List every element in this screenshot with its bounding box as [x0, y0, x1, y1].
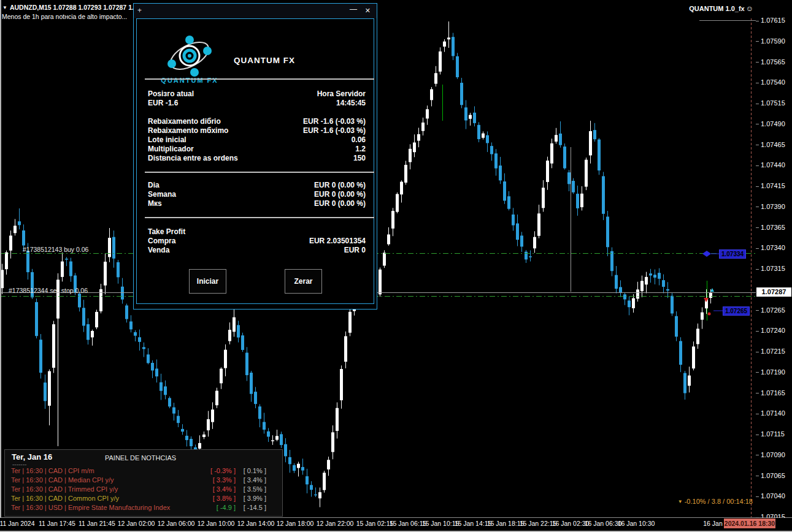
price-axis-label: 1.07065	[761, 472, 785, 479]
sell-stop-order-label: #1738512344 sell stop 0.06	[9, 287, 88, 294]
panel-line-label: Semana	[148, 190, 176, 199]
time-axis-label: 12 Jan 10:00	[198, 520, 235, 527]
news-actual-value: [ -4.9 ]	[175, 504, 236, 511]
panel-line-value: EUR -1.6 (-0.03 %)	[303, 126, 366, 135]
panel-line-label: Take Profit	[148, 227, 185, 236]
time-axis-label: 12 Jan 02:00	[118, 520, 155, 527]
news-event-text: Ter | 16:30 | USD | Empire State Manufac…	[11, 504, 170, 511]
price-axis-label: 1.07190	[761, 368, 785, 376]
panel-line-value: 150	[353, 153, 366, 163]
window-frame-left	[0, 0, 1, 532]
sell-stop-price-badge: 1.07265	[723, 306, 750, 316]
news-actual-value: [ 3.8% ]	[175, 495, 236, 502]
news-actual-value: [ 3.4% ]	[175, 485, 236, 493]
panel-line-value: 1.2	[355, 144, 366, 154]
close-icon[interactable]: ✕	[365, 7, 371, 15]
panel-content: QUANTUM FX QUANTUM FX Posiзгo atualHora …	[136, 18, 374, 304]
panel-line-value: EUR 0 (0.00 %)	[314, 199, 366, 208]
price-axis-label: 1.07365	[761, 224, 785, 231]
price-axis-label: 1.07265	[761, 306, 785, 314]
panel-line-value: 14:45:45	[336, 98, 366, 108]
panel-line-label: Posiзгo atual	[148, 89, 194, 98]
panel-line-value: 0.06	[352, 135, 366, 145]
zerar-button[interactable]: Zerar	[285, 269, 322, 294]
panel-info-line: Rebaixamento mбximoEUR -1.6 (-0.03 %)	[148, 126, 366, 135]
news-alert-text: Menos de 1h para notнcia de alto impacto…	[2, 13, 127, 20]
candle-countdown-label: ▼-0.10% / 3.8 / 00:14:18	[678, 498, 753, 505]
panel-info-line: EUR -1.614:45:45	[148, 98, 366, 108]
price-tick-mark	[756, 496, 759, 497]
panel-titlebar[interactable]: + — ✕	[134, 4, 377, 18]
panel-line-label: Dia	[148, 181, 160, 189]
panel-line-value: EUR 0	[344, 245, 366, 255]
news-row: Ter | 16:30 | CAD | Trimmed CPI y/y[ 3.4…	[5, 485, 282, 494]
iniciar-button[interactable]: Iniciar	[189, 269, 226, 294]
price-axis-label: 1.07415	[761, 182, 785, 189]
time-axis-label: 15 Jan 06:15	[390, 520, 427, 527]
time-cursor-badge: 2024.01.16 18:30	[724, 519, 775, 528]
panel-info-line: CompraEUR 2.03501354	[148, 236, 366, 246]
price-tick-mark	[756, 104, 759, 104]
price-tick-mark	[756, 21, 759, 21]
time-axis-label: 11 Jan 2024	[0, 520, 35, 527]
price-axis-label: 1.07615	[761, 17, 785, 24]
price-tick-mark	[756, 310, 759, 311]
price-axis-label: 1.07040	[761, 492, 785, 500]
panel-line-label: Rebaixamento diбrio	[148, 117, 221, 126]
countdown-triangle-icon: ▼	[678, 499, 683, 504]
panel-info-line: Take Profit	[148, 227, 366, 237]
price-tick-mark	[756, 83, 759, 83]
symbol-quote-line: ▼AUDNZD,M15 1.07288 1.07293 1.07287 1.07…	[2, 4, 144, 11]
news-row: Ter | 16:30 | CAD | Common CPI y/y[ 3.8%…	[5, 495, 282, 503]
price-tick-mark	[756, 414, 759, 414]
symbol-quote-text: AUDNZD,M15 1.07288 1.07293 1.07287 1.072	[10, 4, 144, 11]
news-forecast-value: [ -14.5 ]	[239, 504, 266, 511]
news-forecast-value: [ 3.4% ]	[239, 476, 266, 484]
news-row: Ter | 16:30 | CAD | CPI m/m[ -0.3% ][ 0.…	[5, 467, 282, 476]
price-axis-label: 1.07440	[761, 161, 785, 169]
price-tick-mark	[756, 455, 759, 455]
news-event-text: Ter | 16:30 | CAD | Median CPI y/y	[11, 476, 114, 484]
time-axis-label: 15 Jan 02:15	[356, 520, 394, 527]
panel-info-line: MкsEUR 0 (0.00 %)	[148, 199, 366, 208]
plus-icon[interactable]: +	[137, 6, 142, 15]
news-actual-value: [ 3.3% ]	[175, 476, 236, 484]
time-axis-label: 11 Jan 21:45	[79, 520, 115, 527]
price-axis[interactable]: 1.07287 1.076151.075901.075651.075401.07…	[756, 0, 792, 517]
price-axis-label: 1.07490	[761, 120, 785, 127]
ea-name-label: QUANTUM 1.0_fx☺	[689, 4, 753, 13]
time-axis-label: 15 Jan 10:15	[422, 520, 459, 527]
symbol-dropdown-icon: ▼	[2, 5, 7, 10]
price-axis-label: 1.07340	[761, 244, 785, 251]
buy-order-label: #1738512143 buy 0.06	[23, 246, 88, 253]
price-tick-mark	[756, 165, 759, 166]
price-tick-mark	[756, 393, 759, 393]
vlines-layer	[443, 85, 707, 321]
price-axis-label: 1.07315	[761, 265, 785, 272]
price-tick-mark	[756, 145, 759, 145]
panel-line-label: Rebaixamento mбximo	[148, 126, 228, 135]
price-tick-mark	[756, 372, 759, 373]
time-axis-label: 15 Jan 22:15	[520, 520, 557, 527]
panel-line-label: Multiplicador	[148, 145, 194, 153]
price-tick-mark	[756, 207, 759, 207]
time-axis-label: 12 Jan 14:00	[237, 520, 275, 527]
price-tick-mark	[756, 41, 759, 42]
mt4-chart-window: ▼AUDNZD,M15 1.07288 1.07293 1.07287 1.07…	[0, 0, 792, 532]
price-axis-label: 1.07540	[761, 78, 785, 86]
minimize-icon[interactable]: —	[350, 5, 357, 13]
news-event-text: Ter | 16:30 | CAD | CPI m/m	[11, 467, 94, 474]
price-tick-mark	[756, 186, 759, 187]
price-tick-mark	[756, 476, 759, 476]
time-axis-label: 12 Jan 06:00	[158, 520, 195, 527]
news-panel: Ter, Jan 16 PAINEL DE NOTНCIAS ------- T…	[4, 449, 283, 517]
current-price-badge: 1.07287	[756, 287, 791, 297]
price-tick-mark	[756, 227, 759, 228]
news-panel-title: PAINEL DE NOTНCIAS	[105, 454, 176, 462]
news-forecast-value: [ 0.1% ]	[239, 467, 266, 474]
price-tick-mark	[756, 352, 759, 352]
time-axis[interactable]: 16 Jan16 Jan 10:3016 Jan 06:3016 Jan 02:…	[0, 518, 792, 531]
ea-name-text: QUANTUM 1.0_fx	[689, 5, 744, 12]
price-axis-label: 1.07090	[761, 451, 785, 458]
news-row: Ter | 16:30 | USD | Empire State Manufac…	[5, 504, 282, 512]
